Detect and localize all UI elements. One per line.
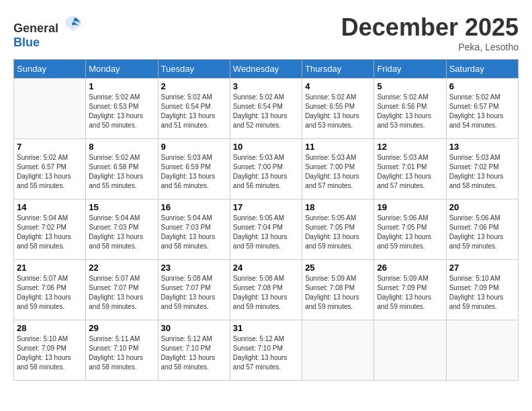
calendar-cell: 3Sunrise: 5:02 AM Sunset: 6:54 PM Daylig… [230, 79, 302, 139]
cell-info: Sunrise: 5:04 AM Sunset: 7:03 PM Dayligh… [89, 214, 154, 251]
day-number: 6 [449, 81, 515, 91]
calendar-week-3: 21Sunrise: 5:07 AM Sunset: 7:06 PM Dayli… [14, 260, 519, 320]
calendar-cell: 5Sunrise: 5:02 AM Sunset: 6:56 PM Daylig… [374, 79, 446, 139]
cell-info: Sunrise: 5:10 AM Sunset: 7:09 PM Dayligh… [449, 274, 515, 312]
calendar-cell: 4Sunrise: 5:02 AM Sunset: 6:55 PM Daylig… [302, 79, 374, 139]
day-number: 11 [305, 142, 371, 152]
location: Peka, Lesotho [341, 42, 519, 52]
calendar-week-2: 14Sunrise: 5:04 AM Sunset: 7:02 PM Dayli… [14, 199, 519, 260]
calendar-cell: 15Sunrise: 5:04 AM Sunset: 7:03 PM Dayli… [86, 199, 158, 260]
calendar-cell: 13Sunrise: 5:03 AM Sunset: 7:02 PM Dayli… [446, 139, 518, 199]
header: General Blue December 2025 Peka, Lesotho [13, 13, 519, 52]
cell-info: Sunrise: 5:03 AM Sunset: 7:00 PM Dayligh… [233, 153, 299, 191]
calendar-cell: 2Sunrise: 5:02 AM Sunset: 6:54 PM Daylig… [158, 79, 230, 139]
cell-info: Sunrise: 5:03 AM Sunset: 7:01 PM Dayligh… [377, 153, 443, 191]
day-number: 17 [233, 202, 299, 212]
calendar-cell: 10Sunrise: 5:03 AM Sunset: 7:00 PM Dayli… [230, 139, 302, 199]
cell-info: Sunrise: 5:09 AM Sunset: 7:09 PM Dayligh… [377, 274, 443, 312]
day-number: 30 [161, 323, 227, 333]
cell-info: Sunrise: 5:03 AM Sunset: 7:02 PM Dayligh… [449, 153, 515, 191]
calendar-header: SundayMondayTuesdayWednesdayThursdayFrid… [14, 60, 519, 79]
cell-info: Sunrise: 5:02 AM Sunset: 6:56 PM Dayligh… [377, 93, 443, 130]
weekday-header-sunday: Sunday [14, 60, 86, 79]
weekday-header-monday: Monday [86, 60, 158, 79]
weekday-header-tuesday: Tuesday [158, 60, 230, 79]
calendar-cell: 17Sunrise: 5:05 AM Sunset: 7:04 PM Dayli… [230, 199, 302, 260]
cell-info: Sunrise: 5:09 AM Sunset: 7:08 PM Dayligh… [305, 274, 371, 312]
calendar-cell: 24Sunrise: 5:08 AM Sunset: 7:08 PM Dayli… [230, 260, 302, 320]
calendar-week-0: 1Sunrise: 5:02 AM Sunset: 6:53 PM Daylig… [14, 79, 519, 139]
day-number: 28 [17, 323, 83, 333]
weekday-header-wednesday: Wednesday [230, 60, 302, 79]
calendar-cell [14, 79, 86, 139]
day-number: 19 [377, 202, 443, 212]
day-number: 8 [89, 142, 154, 152]
cell-info: Sunrise: 5:05 AM Sunset: 7:05 PM Dayligh… [305, 214, 371, 251]
day-number: 14 [17, 202, 83, 212]
cell-info: Sunrise: 5:08 AM Sunset: 7:07 PM Dayligh… [161, 274, 227, 312]
day-number: 31 [233, 323, 299, 333]
calendar-cell: 21Sunrise: 5:07 AM Sunset: 7:06 PM Dayli… [14, 260, 86, 320]
cell-info: Sunrise: 5:10 AM Sunset: 7:09 PM Dayligh… [17, 334, 83, 372]
calendar-cell [374, 320, 446, 381]
calendar-cell: 1Sunrise: 5:02 AM Sunset: 6:53 PM Daylig… [86, 79, 158, 139]
calendar-cell: 30Sunrise: 5:12 AM Sunset: 7:10 PM Dayli… [158, 320, 230, 381]
cell-info: Sunrise: 5:11 AM Sunset: 7:10 PM Dayligh… [89, 334, 154, 372]
day-number: 2 [161, 81, 227, 91]
cell-info: Sunrise: 5:04 AM Sunset: 7:03 PM Dayligh… [161, 214, 227, 251]
calendar-cell: 25Sunrise: 5:09 AM Sunset: 7:08 PM Dayli… [302, 260, 374, 320]
month-title: December 2025 [341, 13, 519, 42]
calendar-cell: 23Sunrise: 5:08 AM Sunset: 7:07 PM Dayli… [158, 260, 230, 320]
day-number: 1 [89, 81, 154, 91]
weekday-row: SundayMondayTuesdayWednesdayThursdayFrid… [14, 60, 519, 79]
day-number: 24 [233, 263, 299, 273]
cell-info: Sunrise: 5:02 AM Sunset: 6:57 PM Dayligh… [17, 153, 83, 191]
day-number: 29 [89, 323, 154, 333]
calendar-cell: 14Sunrise: 5:04 AM Sunset: 7:02 PM Dayli… [14, 199, 86, 260]
cell-info: Sunrise: 5:02 AM Sunset: 6:55 PM Dayligh… [305, 93, 371, 130]
calendar-cell: 11Sunrise: 5:03 AM Sunset: 7:00 PM Dayli… [302, 139, 374, 199]
title-area: December 2025 Peka, Lesotho [341, 13, 519, 52]
logo-blue: Blue [13, 36, 40, 49]
day-number: 9 [161, 142, 227, 152]
day-number: 25 [305, 263, 371, 273]
cell-info: Sunrise: 5:06 AM Sunset: 7:06 PM Dayligh… [449, 214, 515, 251]
day-number: 4 [305, 81, 371, 91]
calendar-week-1: 7Sunrise: 5:02 AM Sunset: 6:57 PM Daylig… [14, 139, 519, 199]
day-number: 23 [161, 263, 227, 273]
calendar-body: 1Sunrise: 5:02 AM Sunset: 6:53 PM Daylig… [14, 79, 519, 381]
logo-general: General [13, 21, 58, 35]
calendar-cell: 6Sunrise: 5:02 AM Sunset: 6:57 PM Daylig… [446, 79, 518, 139]
calendar-cell: 18Sunrise: 5:05 AM Sunset: 7:05 PM Dayli… [302, 199, 374, 260]
calendar-cell: 22Sunrise: 5:07 AM Sunset: 7:07 PM Dayli… [86, 260, 158, 320]
calendar-week-4: 28Sunrise: 5:10 AM Sunset: 7:09 PM Dayli… [14, 320, 519, 381]
day-number: 5 [377, 81, 443, 91]
cell-info: Sunrise: 5:07 AM Sunset: 7:07 PM Dayligh… [89, 274, 154, 312]
cell-info: Sunrise: 5:03 AM Sunset: 6:59 PM Dayligh… [161, 153, 227, 191]
calendar-cell: 16Sunrise: 5:04 AM Sunset: 7:03 PM Dayli… [158, 199, 230, 260]
calendar-cell [446, 320, 518, 381]
calendar-cell: 27Sunrise: 5:10 AM Sunset: 7:09 PM Dayli… [446, 260, 518, 320]
logo-text: General Blue [13, 13, 83, 50]
day-number: 16 [161, 202, 227, 212]
weekday-header-saturday: Saturday [446, 60, 518, 79]
cell-info: Sunrise: 5:02 AM Sunset: 6:54 PM Dayligh… [233, 93, 299, 130]
day-number: 12 [377, 142, 443, 152]
calendar-cell: 12Sunrise: 5:03 AM Sunset: 7:01 PM Dayli… [374, 139, 446, 199]
cell-info: Sunrise: 5:08 AM Sunset: 7:08 PM Dayligh… [233, 274, 299, 312]
cell-info: Sunrise: 5:04 AM Sunset: 7:02 PM Dayligh… [17, 214, 83, 251]
day-number: 13 [449, 142, 515, 152]
cell-info: Sunrise: 5:02 AM Sunset: 6:53 PM Dayligh… [89, 93, 154, 130]
day-number: 27 [449, 263, 515, 273]
logo-bird-icon [64, 13, 83, 32]
day-number: 26 [377, 263, 443, 273]
day-number: 20 [449, 202, 515, 212]
day-number: 22 [89, 263, 154, 273]
logo: General Blue [13, 13, 83, 50]
cell-info: Sunrise: 5:02 AM Sunset: 6:54 PM Dayligh… [161, 93, 227, 130]
weekday-header-friday: Friday [374, 60, 446, 79]
cell-info: Sunrise: 5:12 AM Sunset: 7:10 PM Dayligh… [161, 334, 227, 372]
cell-info: Sunrise: 5:02 AM Sunset: 6:58 PM Dayligh… [89, 153, 154, 191]
cell-info: Sunrise: 5:05 AM Sunset: 7:04 PM Dayligh… [233, 214, 299, 251]
cell-info: Sunrise: 5:06 AM Sunset: 7:05 PM Dayligh… [377, 214, 443, 251]
